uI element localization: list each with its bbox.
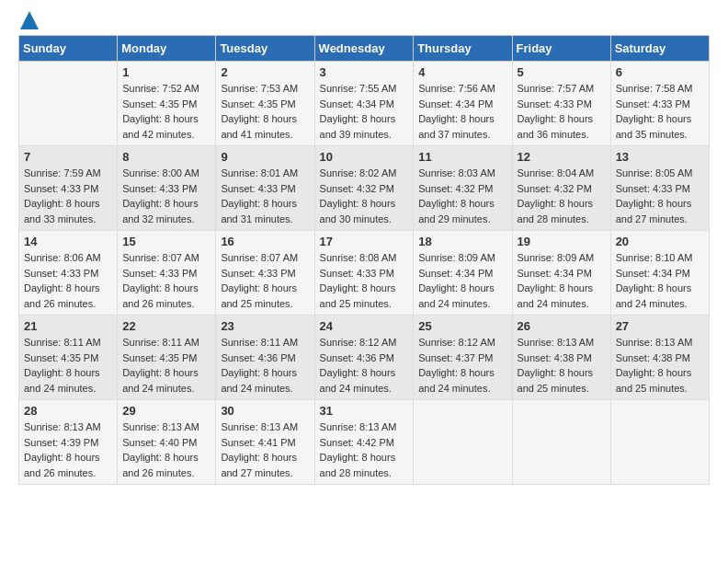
day-info: Sunrise: 8:04 AM Sunset: 4:32 PM Dayligh… — [518, 166, 606, 226]
day-number: 14 — [24, 235, 112, 248]
day-number: 10 — [320, 150, 409, 164]
calendar-cell: 23Sunrise: 8:11 AM Sunset: 4:36 PM Dayli… — [216, 316, 314, 400]
day-info: Sunrise: 8:10 AM Sunset: 4:34 PM Dayligh… — [616, 250, 704, 311]
calendar-week-row: 28Sunrise: 8:13 AM Sunset: 4:39 PM Dayli… — [19, 400, 710, 485]
day-info: Sunrise: 8:12 AM Sunset: 4:36 PM Dayligh… — [320, 335, 409, 396]
day-info: Sunrise: 8:13 AM Sunset: 4:38 PM Dayligh… — [518, 335, 606, 396]
day-number: 2 — [221, 65, 309, 79]
day-number: 18 — [418, 235, 506, 248]
calendar-week-row: 1Sunrise: 7:52 AM Sunset: 4:35 PM Daylig… — [19, 62, 710, 146]
calendar-week-row: 14Sunrise: 8:06 AM Sunset: 4:33 PM Dayli… — [19, 231, 710, 316]
day-info: Sunrise: 8:05 AM Sunset: 4:33 PM Dayligh… — [616, 166, 704, 226]
day-number: 17 — [320, 235, 409, 248]
day-info: Sunrise: 7:59 AM Sunset: 4:33 PM Dayligh… — [24, 166, 112, 226]
day-info: Sunrise: 8:13 AM Sunset: 4:40 PM Dayligh… — [122, 419, 210, 480]
calendar-table: SundayMondayTuesdayWednesdayThursdayFrid… — [18, 35, 710, 485]
weekday-header-friday: Friday — [512, 36, 610, 62]
svg-marker-0 — [20, 11, 39, 29]
calendar-cell: 11Sunrise: 8:03 AM Sunset: 4:32 PM Dayli… — [414, 146, 512, 231]
day-info: Sunrise: 8:09 AM Sunset: 4:34 PM Dayligh… — [418, 250, 506, 311]
day-info: Sunrise: 8:07 AM Sunset: 4:33 PM Dayligh… — [221, 250, 309, 311]
day-number: 13 — [616, 150, 704, 164]
day-info: Sunrise: 8:02 AM Sunset: 4:32 PM Dayligh… — [320, 166, 409, 226]
day-number: 22 — [122, 319, 210, 333]
day-info: Sunrise: 8:01 AM Sunset: 4:33 PM Dayligh… — [221, 166, 309, 226]
day-number: 28 — [24, 404, 112, 418]
day-number: 29 — [122, 404, 210, 418]
calendar-cell: 4Sunrise: 7:56 AM Sunset: 4:34 PM Daylig… — [414, 62, 512, 146]
day-number: 19 — [518, 235, 606, 248]
day-number: 1 — [122, 65, 210, 79]
day-info: Sunrise: 7:58 AM Sunset: 4:33 PM Dayligh… — [616, 81, 704, 142]
calendar-cell — [414, 400, 512, 485]
day-number: 4 — [418, 65, 506, 79]
calendar-cell — [610, 400, 709, 485]
day-info: Sunrise: 8:03 AM Sunset: 4:32 PM Dayligh… — [418, 166, 506, 226]
day-number: 20 — [616, 235, 704, 248]
logo — [18, 18, 39, 26]
day-info: Sunrise: 8:11 AM Sunset: 4:35 PM Dayligh… — [122, 335, 210, 396]
day-number: 24 — [320, 319, 409, 333]
calendar-cell — [512, 400, 610, 485]
weekday-header-thursday: Thursday — [414, 36, 512, 62]
calendar-cell: 26Sunrise: 8:13 AM Sunset: 4:38 PM Dayli… — [512, 316, 610, 400]
day-number: 9 — [221, 150, 309, 164]
weekday-header-tuesday: Tuesday — [216, 36, 314, 62]
calendar-cell: 18Sunrise: 8:09 AM Sunset: 4:34 PM Dayli… — [414, 231, 512, 316]
day-number: 8 — [122, 150, 210, 164]
calendar-cell: 31Sunrise: 8:13 AM Sunset: 4:42 PM Dayli… — [314, 400, 414, 485]
day-number: 11 — [418, 150, 506, 164]
calendar-cell: 27Sunrise: 8:13 AM Sunset: 4:38 PM Dayli… — [610, 316, 709, 400]
weekday-header-wednesday: Wednesday — [314, 36, 414, 62]
day-info: Sunrise: 7:57 AM Sunset: 4:33 PM Dayligh… — [518, 81, 606, 142]
day-info: Sunrise: 8:13 AM Sunset: 4:39 PM Dayligh… — [24, 419, 112, 480]
day-number: 27 — [616, 319, 704, 333]
day-number: 7 — [24, 150, 112, 164]
day-number: 23 — [221, 319, 309, 333]
day-number: 16 — [221, 235, 309, 248]
day-number: 26 — [518, 319, 606, 333]
weekday-header-saturday: Saturday — [610, 36, 709, 62]
day-info: Sunrise: 8:11 AM Sunset: 4:35 PM Dayligh… — [24, 335, 112, 396]
calendar-cell: 7Sunrise: 7:59 AM Sunset: 4:33 PM Daylig… — [19, 146, 118, 231]
day-info: Sunrise: 8:09 AM Sunset: 4:34 PM Dayligh… — [518, 250, 606, 311]
calendar-cell: 29Sunrise: 8:13 AM Sunset: 4:40 PM Dayli… — [118, 400, 216, 485]
calendar-cell: 22Sunrise: 8:11 AM Sunset: 4:35 PM Dayli… — [118, 316, 216, 400]
day-info: Sunrise: 7:53 AM Sunset: 4:35 PM Dayligh… — [221, 81, 309, 142]
calendar-cell: 19Sunrise: 8:09 AM Sunset: 4:34 PM Dayli… — [512, 231, 610, 316]
day-number: 5 — [518, 65, 606, 79]
day-info: Sunrise: 8:12 AM Sunset: 4:37 PM Dayligh… — [418, 335, 506, 396]
calendar-cell: 13Sunrise: 8:05 AM Sunset: 4:33 PM Dayli… — [610, 146, 709, 231]
calendar-cell: 14Sunrise: 8:06 AM Sunset: 4:33 PM Dayli… — [19, 231, 118, 316]
calendar-cell: 5Sunrise: 7:57 AM Sunset: 4:33 PM Daylig… — [512, 62, 610, 146]
calendar-cell: 9Sunrise: 8:01 AM Sunset: 4:33 PM Daylig… — [216, 146, 314, 231]
day-info: Sunrise: 8:00 AM Sunset: 4:33 PM Dayligh… — [122, 166, 210, 226]
weekday-header-row: SundayMondayTuesdayWednesdayThursdayFrid… — [19, 36, 710, 62]
calendar-cell: 12Sunrise: 8:04 AM Sunset: 4:32 PM Dayli… — [512, 146, 610, 231]
day-info: Sunrise: 8:13 AM Sunset: 4:41 PM Dayligh… — [221, 419, 309, 480]
day-info: Sunrise: 8:13 AM Sunset: 4:38 PM Dayligh… — [616, 335, 704, 396]
weekday-header-monday: Monday — [118, 36, 216, 62]
day-number: 30 — [221, 404, 309, 418]
calendar-cell: 1Sunrise: 7:52 AM Sunset: 4:35 PM Daylig… — [118, 62, 216, 146]
calendar-cell: 8Sunrise: 8:00 AM Sunset: 4:33 PM Daylig… — [118, 146, 216, 231]
calendar-cell: 30Sunrise: 8:13 AM Sunset: 4:41 PM Dayli… — [216, 400, 314, 485]
day-number: 3 — [320, 65, 409, 79]
calendar-cell: 10Sunrise: 8:02 AM Sunset: 4:32 PM Dayli… — [314, 146, 414, 231]
day-info: Sunrise: 8:07 AM Sunset: 4:33 PM Dayligh… — [122, 250, 210, 311]
calendar-cell: 17Sunrise: 8:08 AM Sunset: 4:33 PM Dayli… — [314, 231, 414, 316]
calendar-week-row: 7Sunrise: 7:59 AM Sunset: 4:33 PM Daylig… — [19, 146, 710, 231]
calendar-cell: 20Sunrise: 8:10 AM Sunset: 4:34 PM Dayli… — [610, 231, 709, 316]
day-info: Sunrise: 7:55 AM Sunset: 4:34 PM Dayligh… — [320, 81, 409, 142]
day-number: 31 — [320, 404, 409, 418]
day-info: Sunrise: 7:56 AM Sunset: 4:34 PM Dayligh… — [418, 81, 506, 142]
calendar-cell — [19, 62, 118, 146]
page-header — [18, 18, 710, 26]
calendar-week-row: 21Sunrise: 8:11 AM Sunset: 4:35 PM Dayli… — [19, 316, 710, 400]
day-info: Sunrise: 8:11 AM Sunset: 4:36 PM Dayligh… — [221, 335, 309, 396]
calendar-cell: 16Sunrise: 8:07 AM Sunset: 4:33 PM Dayli… — [216, 231, 314, 316]
calendar-cell: 15Sunrise: 8:07 AM Sunset: 4:33 PM Dayli… — [118, 231, 216, 316]
logo-icon — [20, 11, 39, 29]
day-info: Sunrise: 8:13 AM Sunset: 4:42 PM Dayligh… — [320, 419, 409, 480]
day-number: 6 — [616, 65, 704, 79]
